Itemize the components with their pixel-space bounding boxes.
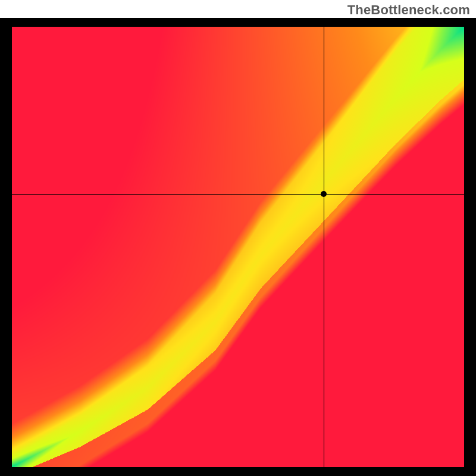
heatmap-plot xyxy=(12,27,464,467)
chart-container: TheBottleneck.com xyxy=(0,0,476,476)
crosshair-vertical xyxy=(324,27,324,467)
chart-frame xyxy=(0,18,476,476)
heatmap-canvas xyxy=(12,27,464,467)
brand-watermark: TheBottleneck.com xyxy=(347,2,470,18)
data-point-marker xyxy=(321,191,327,197)
crosshair-horizontal xyxy=(12,194,464,195)
